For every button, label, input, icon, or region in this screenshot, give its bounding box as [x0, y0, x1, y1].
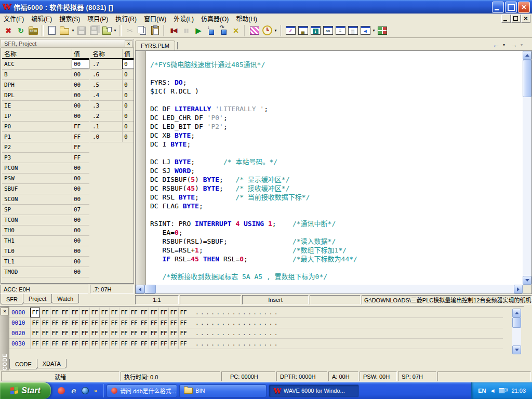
sfr-row-ie[interactable]: IE00 [2, 101, 89, 111]
register-value[interactable]: 00 [72, 194, 89, 204]
mdi-minimize-button[interactable] [501, 15, 511, 23]
goto-window-dropdown-icon[interactable]: ▾ [371, 28, 376, 33]
register-value[interactable]: 00 [72, 215, 89, 225]
new-file-button[interactable] [46, 24, 58, 37]
hex-cell[interactable]: FF [119, 308, 129, 317]
maximize-button[interactable] [505, 2, 517, 13]
register-value[interactable]: 00 [72, 236, 89, 246]
scroll-thumb[interactable] [512, 317, 521, 328]
bit-value[interactable]: 0 [122, 122, 134, 131]
hex-cell[interactable]: FF [149, 328, 158, 338]
start-button[interactable]: Start [0, 382, 51, 399]
hex-cell[interactable]: FF [109, 328, 119, 338]
open-file-button[interactable] [58, 24, 71, 37]
hex-cell[interactable]: FF [109, 308, 119, 317]
watch-window-button[interactable] [322, 24, 334, 37]
register-value[interactable]: FF [72, 132, 89, 142]
bit-value[interactable]: 0 [122, 101, 134, 111]
save-all-button[interactable] [88, 24, 100, 37]
make-binary-button[interactable]: 1010 [27, 24, 39, 37]
step-into-button[interactable]: ↓ [205, 24, 217, 37]
menu-item-8[interactable]: 帮助(H) [232, 13, 261, 24]
hex-cell[interactable]: FF [30, 318, 40, 328]
taskbar-task-2[interactable]: WWAVE 6000 for Windo... [269, 384, 359, 397]
sfr-panel-close-icon[interactable]: ✕ [125, 40, 132, 47]
editor-tab-fyrs[interactable]: FYRS.PLM [135, 41, 175, 50]
project-window-button[interactable] [297, 24, 309, 37]
hex-cell[interactable]: FF [50, 339, 60, 349]
sfr-row-ip[interactable]: IP00 [2, 111, 89, 122]
hex-cell[interactable]: FF [158, 339, 168, 349]
menu-item-7[interactable]: 仿真器(O) [197, 13, 232, 24]
editor-vertical-scrollbar[interactable] [523, 51, 531, 285]
sfr-row-p1[interactable]: P1FF [2, 132, 89, 142]
menu-item-6[interactable]: 外设(L) [170, 13, 197, 24]
stopwatch-dropdown-icon[interactable]: ▾ [273, 28, 278, 33]
navigate-forward-dropdown-icon[interactable]: ▾ [521, 43, 525, 47]
hex-cell[interactable]: FF [60, 339, 70, 349]
register-value[interactable]: 00 [72, 59, 89, 69]
hex-cell[interactable]: FF [119, 328, 129, 338]
hex-cell[interactable]: FF [30, 328, 40, 338]
tab-watch[interactable]: Watch [51, 294, 79, 303]
sfr-row-sbuf[interactable]: SBUF00 [2, 184, 89, 194]
hex-cell[interactable]: FF [40, 339, 50, 349]
register-value[interactable]: 00 [72, 90, 89, 100]
bit-value[interactable]: 0 [122, 70, 134, 79]
register-value[interactable]: 00 [72, 257, 89, 267]
hex-cell[interactable]: FF [89, 318, 99, 328]
code-editor[interactable]: /*FYS微电脑线速度计通过485通讯*/ FYRS: DO;$IC( R.DC… [135, 50, 532, 294]
cut-button[interactable]: ✂ [124, 24, 136, 37]
sfr-row-tcon[interactable]: TCON00 [2, 215, 89, 225]
close-button[interactable]: ✕ [518, 2, 530, 13]
clock[interactable]: 21:03 [511, 388, 526, 394]
pause-button[interactable]: ▮▮ [180, 24, 192, 37]
sfr-row-psw[interactable]: PSW00 [2, 174, 89, 184]
data-window-button[interactable] [347, 24, 359, 37]
code-area[interactable]: /*FYS微电脑线速度计通过485通讯*/ FYRS: DO;$IC( R.DC… [146, 51, 523, 285]
sfr-row-dpl[interactable]: DPL00 [2, 90, 89, 101]
editor-horizontal-scrollbar[interactable] [136, 285, 523, 294]
tile-windows-button[interactable] [376, 24, 389, 37]
halt-button[interactable]: ✖ [2, 24, 15, 37]
memory-tab-xdata[interactable]: XDATA [37, 359, 66, 368]
hex-cell[interactable]: FF [129, 328, 139, 338]
hex-cell[interactable]: FF [70, 318, 79, 328]
hex-cell[interactable]: FF [168, 328, 178, 338]
breakpoint-window-button[interactable] [248, 24, 261, 37]
sfr-row-th0[interactable]: TH000 [2, 225, 89, 236]
register-value[interactable]: 07 [72, 205, 89, 215]
bit-value[interactable]: 0 [122, 59, 134, 69]
bit-row-6[interactable]: .60 [90, 70, 134, 80]
register-value[interactable]: FF [72, 142, 89, 152]
bit-value[interactable]: 0 [122, 90, 134, 100]
hex-cell[interactable]: FF [79, 308, 89, 317]
sfr-row-p3[interactable]: P3FF [2, 153, 89, 163]
hex-cell[interactable]: FF [79, 318, 89, 328]
hex-cell[interactable]: FF [158, 318, 168, 328]
sfr-row-b[interactable]: B00 [2, 70, 89, 80]
scroll-up-icon[interactable] [523, 51, 531, 60]
bit-row-7[interactable]: .70 [90, 59, 134, 70]
open-file-dropdown-icon[interactable]: ▾ [71, 28, 75, 33]
register-value[interactable]: 00 [72, 163, 89, 173]
hex-cell[interactable]: FF [109, 339, 119, 349]
save-project-button[interactable] [100, 24, 113, 37]
hex-cell[interactable]: FF [109, 318, 119, 328]
hex-cell[interactable]: FF [70, 339, 79, 349]
memory-tab-code[interactable]: CODE [9, 359, 37, 369]
sfr-row-th1[interactable]: TH100 [2, 236, 89, 246]
hex-cell[interactable]: FF [60, 308, 70, 317]
hex-cell[interactable]: FF [178, 328, 188, 338]
save-button[interactable] [75, 24, 88, 37]
hex-cell[interactable]: FF [158, 308, 168, 317]
hex-cell[interactable]: FF [149, 308, 158, 317]
stopwatch-button[interactable] [261, 24, 273, 37]
register-value[interactable]: 00 [72, 111, 89, 121]
bit-value[interactable]: 0 [122, 80, 134, 90]
volume-network-icon[interactable]: )) [499, 388, 507, 394]
sfr-row-scon[interactable]: SCON00 [2, 194, 89, 205]
minimize-button[interactable] [492, 2, 504, 13]
memory-vertical-scrollbar[interactable] [512, 309, 521, 354]
hex-cell[interactable]: FF [129, 308, 139, 317]
